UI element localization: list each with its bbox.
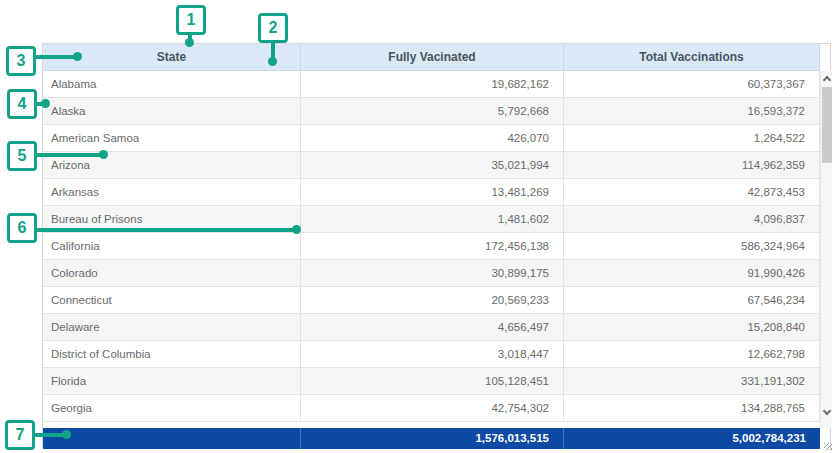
column-header-total-vaccinations[interactable]: Total Vaccinations xyxy=(564,44,820,71)
callout-1: 1 xyxy=(176,5,206,35)
scroll-down-icon[interactable] xyxy=(823,407,831,415)
callout-3: 3 xyxy=(6,46,36,76)
cell-fully-vacinated: 4,656,497 xyxy=(301,314,564,340)
cell-total-vaccinations: 91,990,426 xyxy=(564,260,820,286)
table-total-row: 1,576,013,515 5,002,784,231 xyxy=(43,428,820,449)
callout-7: 7 xyxy=(5,420,35,450)
callout-5-connector xyxy=(35,153,101,157)
data-table: State Fully Vacinated Total Vaccinations… xyxy=(42,43,831,448)
cell-fully-vacinated: 19,682,162 xyxy=(301,71,564,97)
cell-fully-vacinated: 172,456,138 xyxy=(301,233,564,259)
cell-total-vaccinations: 1,264,522 xyxy=(564,125,820,151)
table-row[interactable]: Connecticut 20,569,233 67,546,234 xyxy=(43,287,820,314)
table-row[interactable]: American Samoa 426,070 1,264,522 xyxy=(43,125,820,152)
callout-3-dot xyxy=(73,52,82,61)
cell-state: Georgia xyxy=(43,395,301,421)
callout-6-dot xyxy=(292,225,301,234)
cell-fully-vacinated: 1,481,602 xyxy=(301,206,564,232)
callout-1-dot xyxy=(185,38,194,47)
cell-total-vaccinations: 114,962,359 xyxy=(564,152,820,178)
callout-7-dot xyxy=(62,430,71,439)
table-row[interactable]: California 172,456,138 586,324,964 xyxy=(43,233,820,260)
cell-state: California xyxy=(43,233,301,259)
table-header-row: State Fully Vacinated Total Vaccinations xyxy=(43,44,820,71)
total-cell-state xyxy=(43,428,301,449)
cell-fully-vacinated: 20,569,233 xyxy=(301,287,564,313)
resize-grip-icon[interactable] xyxy=(824,443,832,450)
cell-total-vaccinations: 42,873,453 xyxy=(564,179,820,205)
scroll-up-icon[interactable] xyxy=(823,76,831,84)
cell-state: Connecticut xyxy=(43,287,301,313)
table-row[interactable]: District of Columbia 3,018,447 12,662,79… xyxy=(43,341,820,368)
cell-fully-vacinated: 35,021,994 xyxy=(301,152,564,178)
table-row[interactable]: Alabama 19,682,162 60,373,367 xyxy=(43,71,820,98)
callout-3-connector xyxy=(34,55,76,59)
column-header-fully-vacinated[interactable]: Fully Vacinated xyxy=(301,44,564,71)
cell-total-vaccinations: 12,662,798 xyxy=(564,341,820,367)
cell-fully-vacinated: 13,481,269 xyxy=(301,179,564,205)
cell-state: American Samoa xyxy=(43,125,301,151)
table-row[interactable]: Georgia 42,754,302 134,288,765 xyxy=(43,395,820,422)
table-row[interactable]: Arizona 35,021,994 114,962,359 xyxy=(43,152,820,179)
callout-2-dot xyxy=(268,57,277,66)
callout-6-connector xyxy=(35,228,294,232)
cell-state: Alaska xyxy=(43,98,301,124)
cell-fully-vacinated: 3,018,447 xyxy=(301,341,564,367)
cell-fully-vacinated: 426,070 xyxy=(301,125,564,151)
cell-state: Arkansas xyxy=(43,179,301,205)
cell-total-vaccinations: 134,288,765 xyxy=(564,395,820,421)
table-row[interactable]: Florida 105,128,451 331,191,302 xyxy=(43,368,820,395)
cell-total-vaccinations: 4,096,837 xyxy=(564,206,820,232)
cell-state: Delaware xyxy=(43,314,301,340)
cell-total-vaccinations: 67,546,234 xyxy=(564,287,820,313)
cell-total-vaccinations: 586,324,964 xyxy=(564,233,820,259)
callout-2: 2 xyxy=(258,13,288,43)
cell-total-vaccinations: 15,208,840 xyxy=(564,314,820,340)
callout-7-connector xyxy=(33,433,64,437)
cell-state: Colorado xyxy=(43,260,301,286)
cell-fully-vacinated: 30,899,175 xyxy=(301,260,564,286)
cell-state: District of Columbia xyxy=(43,341,301,367)
callout-4: 4 xyxy=(7,89,37,119)
total-cell-total-vaccinations: 5,002,784,231 xyxy=(564,428,820,449)
table-row[interactable]: Colorado 30,899,175 91,990,426 xyxy=(43,260,820,287)
app-canvas: State Fully Vacinated Total Vaccinations… xyxy=(0,0,833,453)
vertical-scrollbar[interactable] xyxy=(820,71,832,428)
cell-state: Florida xyxy=(43,368,301,394)
table-body: Alabama 19,682,162 60,373,367 Alaska 5,7… xyxy=(43,71,820,422)
callout-4-dot xyxy=(41,99,50,108)
scrollbar-thumb[interactable] xyxy=(822,87,832,163)
cell-state: Alabama xyxy=(43,71,301,97)
cell-fully-vacinated: 105,128,451 xyxy=(301,368,564,394)
table-row[interactable]: Arkansas 13,481,269 42,873,453 xyxy=(43,179,820,206)
cell-fully-vacinated: 42,754,302 xyxy=(301,395,564,421)
total-cell-fully-vacinated: 1,576,013,515 xyxy=(301,428,564,449)
cell-total-vaccinations: 331,191,302 xyxy=(564,368,820,394)
cell-total-vaccinations: 60,373,367 xyxy=(564,71,820,97)
cell-total-vaccinations: 16,593,372 xyxy=(564,98,820,124)
table-row[interactable]: Alaska 5,792,668 16,593,372 xyxy=(43,98,820,125)
table-row[interactable]: Delaware 4,656,497 15,208,840 xyxy=(43,314,820,341)
cell-fully-vacinated: 5,792,668 xyxy=(301,98,564,124)
callout-6: 6 xyxy=(7,213,37,243)
callout-5-dot xyxy=(99,150,108,159)
callout-5: 5 xyxy=(7,141,37,171)
